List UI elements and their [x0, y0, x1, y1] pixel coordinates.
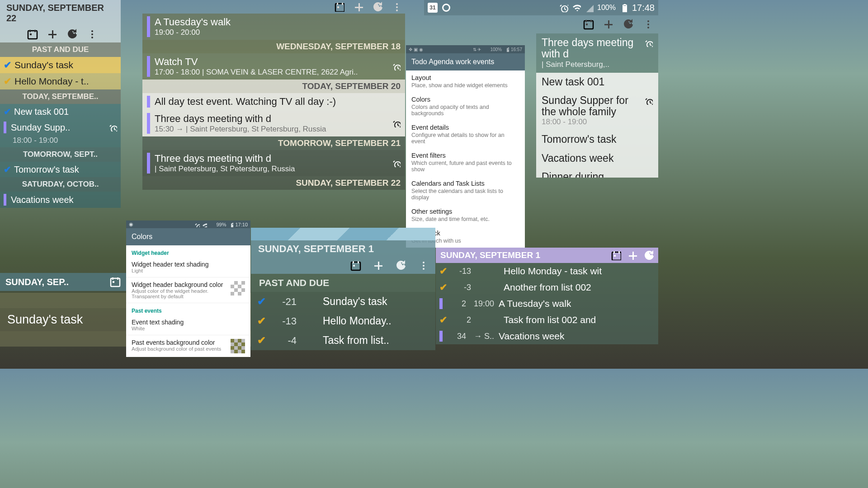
day-header: TODAY, SEPTEMBER 20: [142, 80, 405, 93]
task-row[interactable]: 34→ S..Vacations week: [436, 328, 658, 344]
mini-status-bar: ✥ ▣ ◉ ⇅ ✈100% 16:57: [406, 45, 525, 53]
w1-date: SUNDAY, SEPTEMBER 22: [6, 3, 114, 23]
check-icon: ✔: [4, 106, 11, 117]
calendar-icon[interactable]: [110, 277, 121, 287]
task-row[interactable]: ✔-3Another from list 002: [436, 279, 658, 296]
widget-blue-pastdue: SUNDAY, SEPTEMBER 1 PAST AND DUE ✔-21Sun…: [251, 228, 435, 350]
section-past-due: PAST AND DUE: [0, 42, 121, 57]
alarm-icon: [559, 3, 568, 12]
day-header: SUNDAY, SEPTEMBER 22: [142, 176, 405, 190]
widget-compact-light: SUNDAY, SEPTEMBER 22 PAST AND DUE ✔Sunda…: [0, 0, 121, 208]
pref-item[interactable]: Widget header background colorAdjust col…: [126, 277, 250, 303]
panel-title: Colors: [126, 228, 250, 245]
task-row[interactable]: 219:00A Tuesday's walk: [436, 296, 658, 312]
alarm-icon: [645, 39, 653, 47]
calendar-icon[interactable]: [611, 250, 621, 260]
settings-panel: ✥ ▣ ◉ ⇅ ✈100% 16:57 Todo Agenda work eve…: [406, 45, 525, 248]
task-row[interactable]: Sunday Supp..18:00 - 19:00: [0, 119, 121, 147]
overflow-icon[interactable]: [418, 260, 429, 271]
task-row[interactable]: ✔-13Hello Monday - task wit: [436, 263, 658, 279]
settings-item[interactable]: Event detailsConfigure what details to s…: [406, 120, 525, 148]
wifi-icon: [572, 3, 581, 12]
check-icon: ✔: [4, 164, 11, 175]
calendar-icon[interactable]: [335, 2, 344, 12]
settings-item[interactable]: Other settingsSize, date and time format…: [406, 204, 525, 226]
event-row[interactable]: Watch TV17:00 - 18:00 | SOMA VEIN & LASE…: [142, 53, 405, 80]
event-row[interactable]: New task 001: [536, 73, 658, 91]
task-row[interactable]: ✔2Task from list 002 and: [436, 312, 658, 328]
add-icon[interactable]: [47, 29, 58, 40]
color-bar: [147, 96, 150, 108]
task-row[interactable]: ✔Tomorrow's task: [0, 162, 121, 177]
clock: 17:48: [632, 3, 655, 13]
refresh-icon[interactable]: [644, 250, 654, 260]
widget-right-tall: Three days meeting with d | Saint Peters…: [536, 15, 658, 178]
add-icon[interactable]: [627, 250, 637, 260]
overflow-icon[interactable]: [87, 29, 98, 40]
task-row[interactable]: Vacations week: [0, 192, 121, 208]
refresh-icon[interactable]: [623, 19, 634, 30]
add-icon[interactable]: [373, 260, 384, 271]
w1-toolbar: [0, 26, 121, 42]
event-row[interactable]: Three days meeting with d15:30 → | Saint…: [142, 110, 405, 136]
calendar-icon[interactable]: [350, 260, 361, 271]
widget-purple-header: SUNDAY, SEPTEMBER 1 ✔-13Hello Monday - t…: [436, 248, 658, 344]
overflow-icon[interactable]: [392, 2, 401, 12]
alarm-icon: [109, 123, 117, 131]
color-bar: [147, 153, 150, 174]
task-row[interactable]: ✔-21Sunday's task: [251, 292, 435, 311]
color-swatch: [231, 281, 245, 296]
alarm-icon: [392, 62, 401, 70]
calendar-app-icon[interactable]: 31: [428, 3, 438, 13]
task-row[interactable]: ✔-4Task from list..: [251, 331, 435, 350]
color-bar: [147, 16, 150, 37]
settings-item[interactable]: ColorsColors and opacity of texts and ba…: [406, 92, 525, 120]
pref-item[interactable]: Widget header text shadingLight: [126, 257, 250, 277]
event-row[interactable]: Tomorrow's task: [536, 130, 658, 149]
task-row[interactable]: ✔Sunday's task: [0, 57, 121, 73]
battery-icon: [619, 3, 628, 12]
add-icon[interactable]: [354, 2, 363, 12]
check-icon: ✔: [4, 60, 12, 70]
widget-wide-olive: A Tuesday's walk19:00 - 20:00 WEDNESDAY,…: [142, 0, 405, 190]
event-row[interactable]: Vacations week: [536, 149, 658, 168]
refresh-icon[interactable]: [373, 2, 382, 12]
alarm-icon: [392, 159, 401, 167]
color-bar: [4, 122, 6, 133]
battery-text: 100%: [597, 4, 616, 12]
widget-header: SUNDAY, SEPTEMBER 1: [436, 248, 658, 263]
event-row[interactable]: Sunday Supper for the whole family18:00 …: [536, 91, 658, 131]
task-row[interactable]: ✔New task 001: [0, 104, 121, 119]
mini-status-bar: ◉ 99% 17:10: [126, 221, 250, 228]
day-header: TOMORROW, SEPTEMBER 21: [142, 136, 405, 150]
color-bar: [147, 56, 150, 77]
widget-mini-header: SUNDAY, SEP..: [0, 273, 142, 291]
alarm-icon: [392, 119, 401, 127]
settings-item[interactable]: Event filtersWhich current, future and p…: [406, 148, 525, 176]
task-row[interactable]: ✔Hello Monday - t..: [0, 73, 121, 89]
overflow-icon[interactable]: [643, 19, 654, 30]
settings-title: Todo Agenda work events: [406, 53, 525, 70]
section-tomorrow: TOMORROW, SEPT..: [0, 147, 121, 162]
add-icon[interactable]: [603, 19, 614, 30]
circle-icon: [442, 4, 450, 12]
event-row[interactable]: A Tuesday's walk19:00 - 20:00: [142, 14, 405, 40]
color-bar: [4, 194, 6, 206]
alarm-icon: [645, 97, 653, 105]
event-row[interactable]: All day test event. Watching TV all day …: [142, 93, 405, 110]
day-header: WEDNESDAY, SEPTEMBER 18: [142, 40, 405, 53]
calendar-icon[interactable]: [583, 19, 594, 30]
settings-item[interactable]: Calendars and Task ListsSelect the calen…: [406, 176, 525, 204]
category-label: Past events: [126, 303, 250, 315]
signal-icon: [585, 3, 594, 12]
pref-item[interactable]: Event text shadingWhite: [126, 315, 250, 335]
pref-item[interactable]: Past events background colorAdjust backg…: [126, 335, 250, 357]
task-row[interactable]: ✔-13Hello Monday..: [251, 311, 435, 331]
settings-item[interactable]: LayoutPlace, show and hide widget elemen…: [406, 70, 525, 92]
event-row[interactable]: Three days meeting with d | Saint Peters…: [142, 150, 405, 176]
refresh-icon[interactable]: [67, 29, 78, 40]
event-row[interactable]: Dinner during: [536, 168, 658, 178]
refresh-icon[interactable]: [396, 260, 406, 271]
calendar-icon[interactable]: [27, 29, 38, 40]
event-row[interactable]: Three days meeting with d | Saint Peters…: [536, 33, 658, 73]
